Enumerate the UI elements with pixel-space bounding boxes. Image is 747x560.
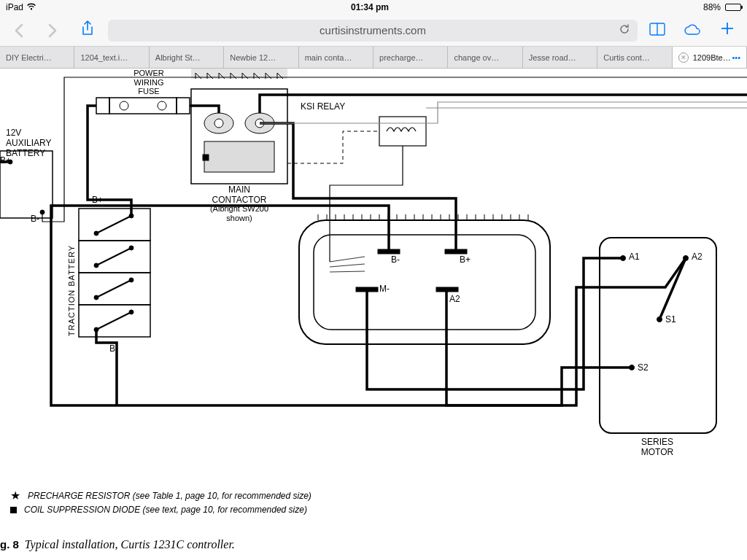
- svg-rect-34: [203, 155, 209, 160]
- tab-label: change ov…: [454, 53, 499, 62]
- svg-rect-46: [600, 238, 716, 433]
- star-icon: ★: [10, 489, 20, 502]
- wiring-diagram: [0, 69, 747, 560]
- legend-precharge: ★ PRECHARGE RESISTOR (see Table 1, page …: [10, 489, 311, 502]
- label-aux-bplus: B+: [0, 156, 11, 166]
- svg-point-20: [129, 278, 133, 282]
- tab-label: precharge…: [379, 53, 424, 62]
- svg-rect-33: [204, 141, 274, 172]
- svg-line-13: [96, 280, 131, 298]
- tab-label: Albright St…: [155, 53, 201, 62]
- svg-rect-39: [378, 249, 400, 254]
- svg-point-27: [158, 101, 166, 110]
- label-traction-battery: TRACTION BATTERY: [67, 245, 76, 336]
- label-aux-bminus: B-: [31, 214, 39, 225]
- svg-point-17: [94, 263, 98, 268]
- tab-7[interactable]: Jesse road…: [523, 47, 597, 68]
- browser-toolbar: curtisinstruments.com: [0, 15, 747, 47]
- label-main-contactor: MAINCONTACTOR: [203, 185, 276, 206]
- tab-label: Jesse road…: [529, 53, 576, 62]
- label-ksi-relay: KSI RELAY: [301, 102, 345, 112]
- bookmarks-button[interactable]: [642, 21, 673, 40]
- label-aux-battery: 12VAUXILIARYBATTERY: [6, 128, 64, 158]
- new-tab-button[interactable]: [712, 21, 743, 40]
- label-motor-a1: A1: [629, 252, 640, 262]
- label-ctrl-bminus: B-: [391, 255, 400, 265]
- tab-8[interactable]: Curtis cont…: [597, 47, 672, 68]
- tab-5[interactable]: precharge…: [374, 47, 448, 68]
- more-icon[interactable]: •••: [732, 53, 741, 62]
- url-text: curtisinstruments.com: [320, 24, 426, 36]
- svg-line-14: [96, 312, 131, 330]
- battery-icon: [725, 4, 741, 11]
- svg-rect-36: [379, 117, 426, 146]
- wifi-icon: [26, 2, 36, 13]
- tab-1[interactable]: 1204_text.i…: [74, 47, 149, 68]
- svg-rect-40: [445, 249, 467, 254]
- caption-fig: g. 8: [0, 538, 19, 551]
- svg-point-19: [94, 295, 98, 300]
- label-power-wiring-fuse: POWERWIRINGFUSE: [125, 69, 172, 96]
- svg-rect-25: [177, 98, 190, 114]
- label-ctrl-mminus: M-: [379, 284, 390, 295]
- svg-point-31: [214, 119, 223, 128]
- battery-percent: 88%: [703, 2, 721, 12]
- label-ctrl-a2: A2: [449, 295, 460, 305]
- tab-label: Curtis cont…: [603, 53, 650, 62]
- tab-9-active[interactable]: ✕ 1209Bte… •••: [673, 47, 747, 68]
- share-button[interactable]: [71, 20, 104, 40]
- reload-icon[interactable]: [619, 23, 630, 37]
- label-ctrl-bplus: B+: [460, 255, 471, 265]
- tab-0[interactable]: DIY Electri…: [0, 47, 74, 68]
- forward-button[interactable]: [38, 18, 67, 44]
- label-main-contactor-sub: (Albright SW200shown): [198, 204, 280, 222]
- tab-strip: DIY Electri… 1204_text.i… Albright St… N…: [0, 47, 747, 69]
- svg-line-45: [330, 271, 365, 272]
- tab-label: 1204_text.i…: [80, 53, 128, 62]
- svg-point-18: [129, 246, 133, 250]
- svg-point-22: [129, 310, 133, 314]
- tab-label: Newbie 12…: [230, 53, 276, 62]
- page-content[interactable]: POWERWIRINGFUSE KSI RELAY 12VAUXILIARYBA…: [0, 69, 747, 560]
- cloud-tabs-button[interactable]: [677, 21, 708, 40]
- svg-rect-42: [436, 287, 458, 292]
- url-field[interactable]: curtisinstruments.com: [108, 20, 638, 42]
- tab-label: main conta…: [305, 53, 352, 62]
- label-trac-bplus: B+: [92, 195, 103, 206]
- svg-line-43: [330, 257, 365, 262]
- tab-6[interactable]: change ov…: [448, 47, 522, 68]
- svg-point-15: [94, 231, 98, 236]
- svg-line-11: [96, 216, 131, 233]
- ios-status-bar: iPad 01:34 pm 88%: [0, 0, 747, 15]
- legend-coil: COIL SUPPRESSION DIODE (see text, page 1…: [10, 505, 307, 515]
- back-button[interactable]: [4, 18, 34, 44]
- svg-rect-41: [356, 287, 378, 292]
- tab-label: 1209Bte…: [693, 53, 731, 62]
- clock: 01:34 pm: [351, 2, 389, 12]
- svg-rect-38: [314, 235, 535, 330]
- label-motor-a2: A2: [692, 252, 703, 262]
- svg-rect-24: [96, 98, 109, 114]
- device-label: iPad: [6, 2, 23, 12]
- svg-line-44: [330, 264, 365, 267]
- close-tab-icon[interactable]: ✕: [678, 52, 689, 63]
- legend-text: PRECHARGE RESISTOR (see Table 1, page 10…: [28, 491, 311, 501]
- tab-3[interactable]: Newbie 12…: [224, 47, 298, 68]
- svg-line-12: [96, 248, 131, 265]
- svg-point-26: [120, 101, 128, 110]
- square-icon: [10, 507, 17, 513]
- label-motor-s2: S2: [638, 363, 649, 373]
- legend-text: COIL SUPPRESSION DIODE (see text, page 1…: [24, 505, 307, 515]
- caption-text: Typical installation, Curtis 1231C contr…: [25, 538, 235, 551]
- label-trac-bminus: B-: [109, 344, 118, 354]
- figure-caption: g. 8 Typical installation, Curtis 1231C …: [0, 538, 235, 551]
- tab-2[interactable]: Albright St…: [150, 47, 224, 68]
- tab-4[interactable]: main conta…: [299, 47, 374, 68]
- label-series-motor: SERIESMOTOR: [632, 438, 683, 458]
- label-motor-s1: S1: [665, 315, 676, 325]
- tab-label: DIY Electri…: [6, 53, 52, 62]
- svg-rect-37: [299, 220, 550, 344]
